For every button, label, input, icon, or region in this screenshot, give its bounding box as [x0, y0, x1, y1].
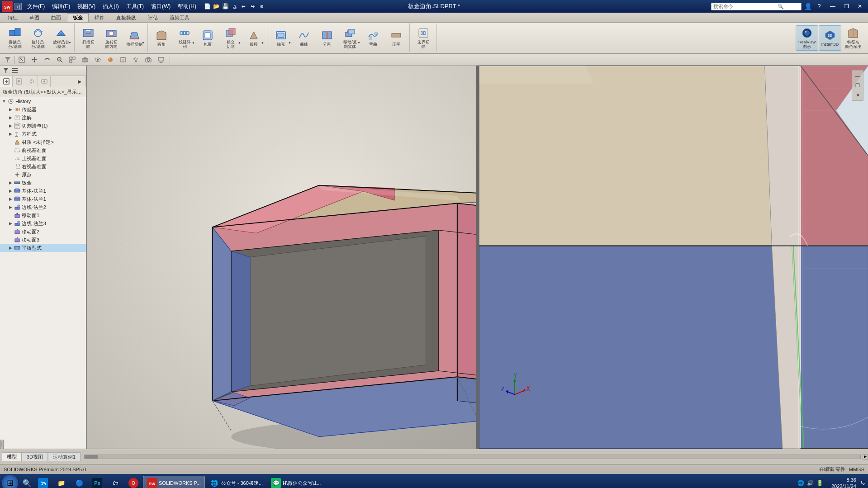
s-btn-zoom[interactable]: + [54, 55, 66, 64]
help-btn[interactable]: ? [813, 1, 825, 11]
tree-tab-display[interactable] [38, 76, 51, 87]
s-btn-lights[interactable] [130, 55, 142, 64]
s-btn-monitor[interactable] [155, 55, 167, 64]
tree-item-move1[interactable]: 移动面1 [0, 211, 86, 219]
tb-corner[interactable]: 圆角 [150, 25, 173, 51]
expand-base-flange2[interactable]: ▶ [7, 196, 14, 202]
tree-expand-btn[interactable]: ▶ [73, 76, 86, 87]
taskbar-solidworks[interactable]: SW SOLIDWORKS P... [143, 476, 205, 488]
tree-item-annotation[interactable]: ▶ 注解 [0, 114, 86, 122]
tb-cover[interactable]: 包覆 [196, 25, 219, 51]
tree-item-material[interactable]: 材质 <未指定> [0, 138, 86, 146]
draft-arrow[interactable]: ▼ [261, 41, 264, 44]
expand-flat-pattern[interactable]: ▶ [7, 245, 14, 251]
tree-item-edge-flange1[interactable]: ▶ 边线-法兰2 [0, 203, 86, 211]
menu-file[interactable]: 文件(F) [24, 2, 48, 11]
expand-sheetmetal[interactable]: ▶ [7, 180, 14, 186]
menu-view[interactable]: 视图(V) [74, 2, 99, 11]
search-input[interactable] [713, 4, 777, 9]
print-btn[interactable]: 🖨 [231, 2, 239, 10]
start-button[interactable]: ⊞ [2, 475, 18, 488]
tree-item-right-plane[interactable]: 右视基准面 [0, 162, 86, 171]
bottom-tab-model[interactable]: 模型 [2, 452, 22, 461]
taskbar-search[interactable]: 🔍 [19, 476, 33, 488]
rv-close[interactable]: ✕ [853, 90, 862, 99]
s-btn-camera[interactable] [142, 55, 154, 64]
taskbar-outlook[interactable]: O [125, 476, 142, 488]
tb-flatten[interactable]: 压平 [385, 25, 408, 51]
tab-surface[interactable]: 曲面 [45, 13, 67, 22]
loft-cut-arrow[interactable]: ▼ [142, 41, 145, 44]
expand-sensor[interactable]: ▶ [7, 106, 14, 113]
tb-draft[interactable]: 拔模 ▼ [242, 25, 265, 51]
tree-item-edge-flange2[interactable]: ▶ 边线-法兰3 [0, 219, 86, 227]
expand-base-flange[interactable]: ▶ [7, 188, 14, 194]
close-btn[interactable]: ✕ [854, 1, 866, 11]
s-btn-filter[interactable] [2, 55, 14, 64]
save-btn[interactable]: 💾 [222, 2, 230, 10]
s-btn-zoom-fit[interactable] [16, 55, 28, 64]
expand-edge-flange1[interactable]: ▶ [7, 204, 14, 210]
tree-item-equation[interactable]: ▶ ∑ 方程式 [0, 130, 86, 138]
collapse-handle[interactable] [0, 440, 4, 449]
tree-item-origin[interactable]: 原点 [0, 171, 86, 179]
expand-bom[interactable]: ▶ [7, 123, 14, 129]
expand-equation[interactable]: ▶ [7, 131, 14, 137]
tree-item-history[interactable]: ▼ History [0, 97, 86, 105]
s-btn-pan[interactable] [28, 55, 40, 64]
user-icon[interactable]: 👤 [804, 3, 812, 10]
tab-weldment[interactable]: 焊件 [89, 13, 110, 22]
tb-loft-boss[interactable]: 放样凸台/基体 ▼ [50, 25, 72, 51]
shell-arrow[interactable]: ▼ [288, 41, 291, 44]
tree-item-sheetmetal[interactable]: ▶ 钣金 [0, 179, 86, 187]
taskbar-explorer[interactable]: 📁 [52, 476, 70, 488]
undo-btn[interactable]: ↩ [240, 2, 248, 10]
tb-sweep-cut[interactable]: 扫描切除 [77, 25, 100, 51]
bottom-tab-motion[interactable]: 运动算例1 [48, 452, 81, 461]
h-scroll-thumb[interactable] [85, 455, 98, 459]
tree-filter-btn[interactable] [2, 66, 10, 75]
new-btn[interactable]: 📄 [204, 2, 212, 10]
viewport-right[interactable]: X Y Z — ❐ ✕ [479, 66, 868, 449]
chain-arrow[interactable]: ▼ [192, 41, 195, 44]
taskbar-cortana[interactable]: 🔵 [71, 476, 88, 488]
expand-material[interactable] [7, 139, 14, 145]
tree-item-move2[interactable]: 移动面2 [0, 227, 86, 236]
options-btn[interactable]: ⚙ [258, 2, 266, 10]
move-copy-arrow[interactable]: ▼ [357, 41, 360, 44]
tree-item-base-flange2[interactable]: ▶ 基体-法兰1 [0, 195, 86, 203]
taskbar-folder2[interactable]: 🗂 [107, 476, 124, 488]
s-btn-display-style[interactable] [79, 55, 91, 64]
tree-tab-config[interactable] [25, 76, 38, 87]
rv-minimize[interactable]: — [853, 71, 862, 81]
tb-flex[interactable]: 弯曲 [362, 25, 384, 51]
tb-rotate-boss[interactable]: 旋转凸台/基体 [27, 25, 49, 51]
open-btn[interactable]: 📂 [213, 2, 221, 10]
s-btn-appearance[interactable] [104, 55, 116, 64]
tree-item-base-flange[interactable]: ▶ 基体-法兰1 [0, 187, 86, 195]
tree-item-sensor[interactable]: ▶ 传感器 [0, 105, 86, 114]
expand-annotation[interactable]: ▶ [7, 114, 14, 121]
tab-render[interactable]: 渲染工具 [164, 13, 195, 22]
tree-tab-feature[interactable] [0, 76, 13, 87]
menu-help[interactable]: 帮助(H) [174, 2, 200, 11]
minimize-btn[interactable]: — [826, 1, 839, 11]
tb-combine[interactable]: 拼接凸台/基体 [4, 25, 26, 51]
tree-item-top-plane[interactable]: 上视基准面 [0, 154, 86, 162]
menu-insert[interactable]: 插入(I) [99, 2, 122, 11]
s-btn-hide-show[interactable] [92, 55, 104, 64]
taskbar-chrome[interactable]: 🌐 公众号 - 360极速... [206, 476, 266, 488]
tb-rotate-cut[interactable]: 旋转切除方向 [100, 25, 123, 51]
menu-edit[interactable]: 编辑(E) [48, 2, 74, 11]
loft-boss-arrow[interactable]: ▼ [68, 41, 71, 44]
tb-instant3d[interactable]: 3D Instant3D [819, 25, 841, 51]
tb-split[interactable]: 分割 [316, 25, 338, 51]
s-btn-std-views[interactable] [66, 55, 78, 64]
s-btn-rotate[interactable] [41, 55, 53, 64]
tb-shell[interactable]: 抽壳 ▼ [270, 25, 292, 51]
tb-curve[interactable]: 曲线 [293, 25, 315, 51]
tree-item-front-plane[interactable]: 前视基准面 [0, 146, 86, 154]
tb-move-copy[interactable]: 移动/复制实体 ▼ [339, 25, 361, 51]
tb-3dsketch[interactable]: 3D 边界切除 [412, 25, 435, 51]
tb-loft-cut[interactable]: 放样切制 ▼ [123, 25, 146, 51]
